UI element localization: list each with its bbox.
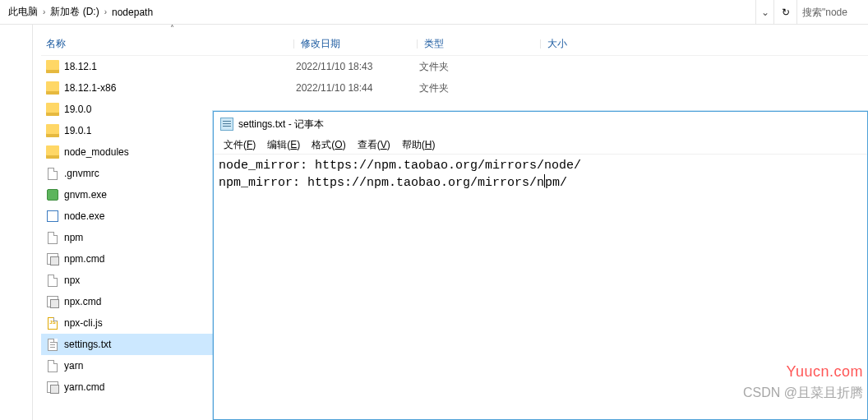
file-name: 19.0.1 [64,125,91,136]
refresh-button[interactable]: ↻ [774,0,797,24]
file-name: node.exe [64,210,104,222]
notepad-titlebar[interactable]: settings.txt - 记事本 [214,112,867,136]
file-name: yarn [64,360,83,372]
file-name: settings.txt [64,339,111,350]
column-header-name[interactable]: ˄ 名称 [44,37,299,51]
file-name: node_modules [64,146,129,158]
gnvm-exe-icon [47,189,58,201]
cmd-file-icon [47,381,58,393]
chevron-right-icon: › [41,7,47,16]
menu-help[interactable]: 帮助(H) [397,136,441,154]
file-name: npm [64,232,83,243]
breadcrumb-item[interactable]: nodepath [108,7,156,18]
folder-icon [46,103,59,116]
watermark: CSDN @且菜且折腾 [743,385,863,402]
search-input[interactable]: 搜索"node [797,0,868,24]
text-file-icon [48,339,58,351]
file-type: 文件夹 [419,81,542,95]
folder-icon [46,124,59,137]
file-row[interactable]: 18.12.12022/11/10 18:43文件夹 [41,56,868,77]
breadcrumb-item[interactable]: 新加卷 (D:) [47,5,102,19]
file-icon [48,168,58,180]
text-line: npm_mirror: https://npm.taobao.org/mirro… [219,176,544,190]
js-file-icon [48,317,58,330]
breadcrumb-item[interactable]: 此电脑 [5,5,41,19]
file-name: npm.cmd [64,253,104,265]
file-name: npx-cli.js [64,317,103,329]
file-name: yarn.cmd [64,381,104,393]
breadcrumb[interactable]: 此电脑 › 新加卷 (D:) › nodepath [0,0,756,24]
menu-format[interactable]: 格式(O) [307,136,350,154]
menu-file[interactable]: 文件(F) [219,136,261,154]
chevron-right-icon: › [103,7,108,16]
notepad-window[interactable]: settings.txt - 记事本 文件(F) 编辑(E) 格式(O) 查看(… [213,111,868,420]
column-header-size[interactable]: 大小 [546,37,868,51]
cmd-file-icon [47,296,58,307]
sort-asc-icon: ˄ [170,24,174,33]
column-header-type[interactable]: 类型 [422,37,546,51]
chevron-down-icon[interactable]: ⌄ [756,0,774,24]
folder-icon [46,60,59,73]
file-name: 19.0.0 [64,104,91,115]
text-line: node_mirror: https://npm.taobao.org/mirr… [219,159,581,173]
file-date: 2022/11/10 18:43 [296,61,419,72]
file-name: .gnvmrc [64,168,99,179]
folder-icon [46,145,59,159]
file-icon [48,360,58,372]
nav-tree-sidebar[interactable] [0,25,33,420]
watermark: Yuucn.com [786,363,863,381]
file-name: gnvm.exe [64,189,107,201]
notepad-menubar: 文件(F) 编辑(E) 格式(O) 查看(V) 帮助(H) [214,136,867,155]
file-name: 18.12.1-x86 [64,82,116,94]
file-type: 文件夹 [419,60,542,74]
file-name: 18.12.1 [64,61,97,72]
text-line: pm/ [545,176,567,190]
notepad-icon [220,118,233,131]
file-row[interactable]: 18.12.1-x862022/11/10 18:44文件夹 [41,77,868,99]
file-name: npx [64,275,80,286]
exe-file-icon [47,210,58,222]
column-headers: ˄ 名称 修改日期 类型 大小 [41,33,868,56]
cmd-file-icon [47,253,58,265]
notepad-title-text: settings.txt - 记事本 [238,118,324,132]
file-name: npx.cmd [64,296,101,307]
file-icon [48,232,58,244]
menu-edit[interactable]: 编辑(E) [262,136,305,154]
column-header-date[interactable]: 修改日期 [299,37,422,51]
folder-icon [46,81,59,95]
column-header-label: 名称 [46,38,66,49]
notepad-text-area[interactable]: node_mirror: https://npm.taobao.org/mirr… [214,155,867,195]
file-date: 2022/11/10 18:44 [296,82,419,94]
file-icon [48,275,58,287]
menu-view[interactable]: 查看(V) [353,136,395,154]
